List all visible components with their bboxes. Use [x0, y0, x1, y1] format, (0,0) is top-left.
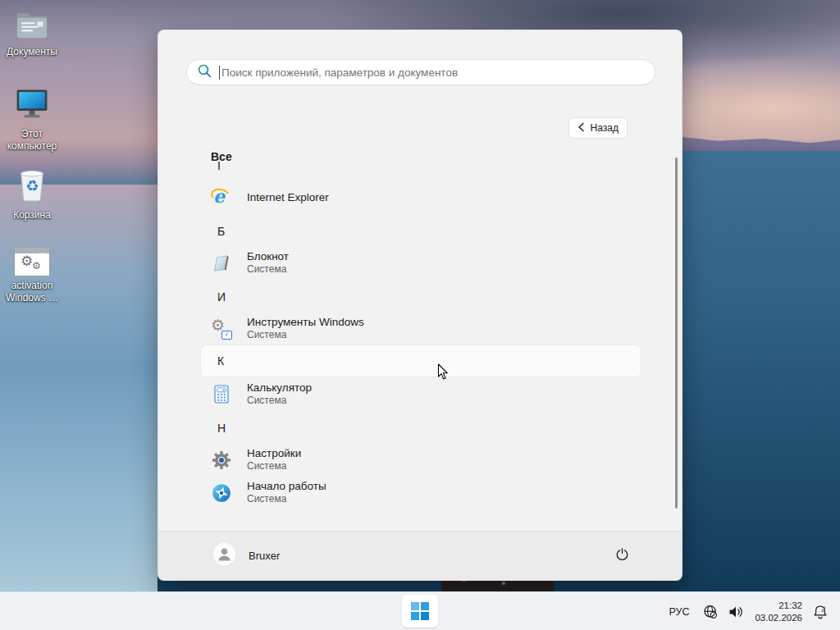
system-tray: РУС 21:32 03.02.2026: [665, 592, 833, 630]
windows-logo-icon: [411, 602, 430, 621]
user-name: Bruxer: [249, 550, 280, 562]
user-profile-button[interactable]: Bruxer: [213, 543, 280, 568]
desktop-icon-label: Документы: [7, 46, 57, 58]
svg-text:♻: ♻: [25, 177, 39, 194]
section-letter-I-cyrillic[interactable]: И: [217, 281, 226, 313]
notification-bell-dnd-icon[interactable]: z z: [813, 604, 829, 619]
app-row-notepad[interactable]: Блокнот Система: [211, 247, 289, 280]
search-icon: [197, 63, 212, 82]
app-row-calculator[interactable]: 0 Калькулятор Система: [211, 378, 312, 411]
svg-text:0: 0: [222, 388, 225, 392]
internet-explorer-icon: e: [211, 187, 232, 208]
activation-script-icon: … ⚙⚙: [14, 247, 50, 276]
app-publisher: Система: [247, 460, 301, 473]
settings-gear-icon: [211, 450, 232, 471]
app-title: Настройки: [247, 447, 301, 460]
app-title: Блокнот: [247, 250, 289, 263]
app-title: Начало работы: [247, 480, 326, 493]
start-menu: Все Назад I e Internet Explorer Б Блокно…: [158, 30, 682, 581]
all-apps-title: Все: [211, 150, 232, 163]
start-button[interactable]: [402, 595, 438, 628]
start-menu-footer: Bruxer: [158, 531, 682, 580]
app-title: Internet Explorer: [247, 191, 329, 204]
user-avatar: [213, 543, 235, 568]
desktop-icon-recycle-bin[interactable]: ♻ Корзина: [0, 167, 64, 221]
taskbar-clock[interactable]: 21:32 03.02.2026: [755, 600, 802, 624]
get-started-icon: [211, 482, 232, 504]
text-caret: [219, 66, 220, 80]
power-icon: [615, 547, 629, 564]
power-button[interactable]: [608, 542, 636, 570]
back-button-label: Назад: [591, 122, 619, 134]
this-pc-icon: [15, 87, 49, 125]
app-publisher: Система: [247, 329, 364, 342]
app-title: Инструменты Windows: [247, 316, 364, 329]
app-publisher: Система: [247, 493, 326, 506]
svg-text:z: z: [824, 605, 825, 609]
windows-tools-icon: ⚙ ✓: [211, 318, 232, 340]
section-letter-I[interactable]: I: [217, 149, 221, 182]
clock-time: 21:32: [755, 600, 802, 612]
app-title: Калькулятор: [247, 381, 312, 395]
section-letter-B[interactable]: Б: [217, 215, 225, 248]
desktop-icon-this-pc[interactable]: Этот компьютер: [0, 87, 64, 153]
section-letter-N[interactable]: Н: [217, 412, 226, 445]
app-row-internet-explorer[interactable]: e Internet Explorer: [211, 181, 329, 214]
search-input[interactable]: [221, 66, 645, 79]
wallpaper-sea-left: [0, 185, 158, 591]
section-row-K-hovered[interactable]: К: [201, 345, 641, 377]
app-publisher: Система: [247, 395, 312, 408]
recycle-bin-icon: ♻: [16, 167, 48, 206]
desktop-icon-label: activation Windows …: [0, 280, 64, 304]
back-button[interactable]: Назад: [568, 117, 628, 139]
app-publisher: Система: [247, 263, 289, 276]
documents-folder-icon: [14, 8, 50, 43]
calculator-icon: 0: [211, 384, 232, 405]
app-row-get-started[interactable]: Начало работы Система: [211, 477, 326, 509]
app-row-windows-tools[interactable]: ⚙ ✓ Инструменты Windows Система: [211, 313, 364, 345]
desktop-icon-documents[interactable]: Документы: [0, 8, 64, 58]
volume-icon[interactable]: [728, 605, 744, 619]
taskbar: РУС 21:32 03.02.2026: [0, 591, 840, 630]
network-globe-icon[interactable]: [703, 605, 718, 619]
scrollbar-thumb[interactable]: [675, 158, 678, 509]
section-letter-K: К: [217, 345, 224, 377]
desktop-icon-label: Корзина: [13, 209, 51, 221]
language-indicator[interactable]: РУС: [665, 605, 692, 619]
notepad-icon: [211, 253, 232, 274]
app-row-settings[interactable]: Настройки Система: [211, 444, 301, 477]
chevron-left-icon: [578, 122, 585, 135]
clock-date: 03.02.2026: [755, 612, 802, 624]
desktop-icon-label: Этот компьютер: [0, 128, 64, 153]
desktop-icon-activation-script[interactable]: … ⚙⚙ activation Windows …: [0, 247, 64, 304]
start-search-box[interactable]: [186, 59, 655, 85]
